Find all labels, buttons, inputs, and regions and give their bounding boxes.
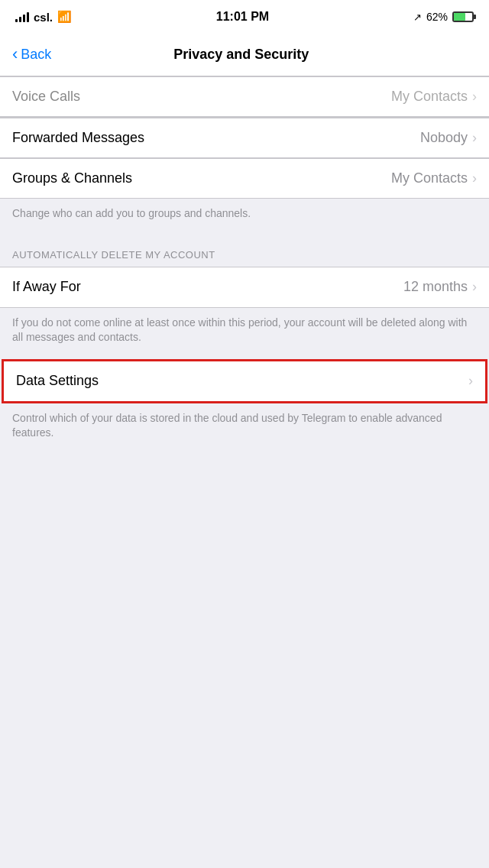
voice-calls-row[interactable]: Voice Calls My Contacts ›: [0, 77, 489, 117]
signal-bars-icon: [15, 11, 29, 22]
forwarded-messages-label: Forwarded Messages: [12, 130, 144, 146]
voice-calls-value-group: My Contacts ›: [391, 89, 477, 105]
battery-percent-label: 62%: [426, 11, 448, 23]
forwarded-messages-value: Nobody: [420, 130, 468, 146]
page-title: Privacy and Security: [5, 47, 477, 63]
away-footer: If you do not come online at least once …: [0, 308, 489, 359]
voice-calls-section: Voice Calls My Contacts ›: [0, 76, 489, 118]
if-away-value: 12 months: [403, 279, 468, 295]
forwarded-messages-row[interactable]: Forwarded Messages Nobody ›: [0, 118, 489, 157]
status-left: csl. 📶: [15, 10, 72, 24]
battery-icon: [452, 11, 474, 22]
data-settings-row[interactable]: Data Settings ›: [4, 361, 485, 401]
status-right: ↗ 62%: [413, 11, 474, 23]
data-settings-footer: Control which of your data is stored in …: [0, 403, 489, 455]
groups-channels-value-group: My Contacts ›: [391, 170, 477, 186]
time-label: 11:01 PM: [216, 10, 269, 24]
voice-calls-label: Voice Calls: [12, 89, 80, 105]
if-away-section: If Away For 12 months ›: [0, 267, 489, 308]
location-icon: ↗: [413, 11, 422, 23]
wifi-icon: 📶: [57, 10, 72, 24]
if-away-label: If Away For: [12, 279, 81, 295]
data-settings-chevron-icon: ›: [468, 373, 473, 389]
carrier-label: csl.: [34, 11, 53, 24]
groups-channels-section: Groups & Channels My Contacts ›: [0, 158, 489, 199]
auto-delete-section-header: AUTOMATICALLY DELETE MY ACCOUNT: [0, 235, 489, 267]
groups-footer: Change who can add you to groups and cha…: [0, 199, 489, 235]
data-settings-section: Data Settings ›: [2, 359, 487, 403]
groups-channels-row[interactable]: Groups & Channels My Contacts ›: [0, 158, 489, 198]
navigation-bar: ‹ Back Privacy and Security: [0, 34, 489, 76]
data-settings-value-group: ›: [468, 373, 473, 389]
groups-channels-chevron-icon: ›: [472, 170, 477, 186]
forwarded-messages-value-group: Nobody ›: [420, 130, 477, 146]
if-away-value-group: 12 months ›: [403, 279, 477, 295]
forwarded-messages-chevron-icon: ›: [472, 130, 477, 146]
forwarded-messages-section: Forwarded Messages Nobody ›: [0, 118, 489, 158]
voice-calls-chevron-icon: ›: [472, 89, 477, 105]
groups-channels-value: My Contacts: [391, 170, 468, 186]
data-settings-label: Data Settings: [16, 373, 99, 389]
status-bar: csl. 📶 11:01 PM ↗ 62%: [0, 0, 489, 34]
if-away-chevron-icon: ›: [472, 279, 477, 295]
if-away-row[interactable]: If Away For 12 months ›: [0, 267, 489, 307]
groups-channels-label: Groups & Channels: [12, 170, 132, 186]
voice-calls-value: My Contacts: [391, 89, 468, 105]
